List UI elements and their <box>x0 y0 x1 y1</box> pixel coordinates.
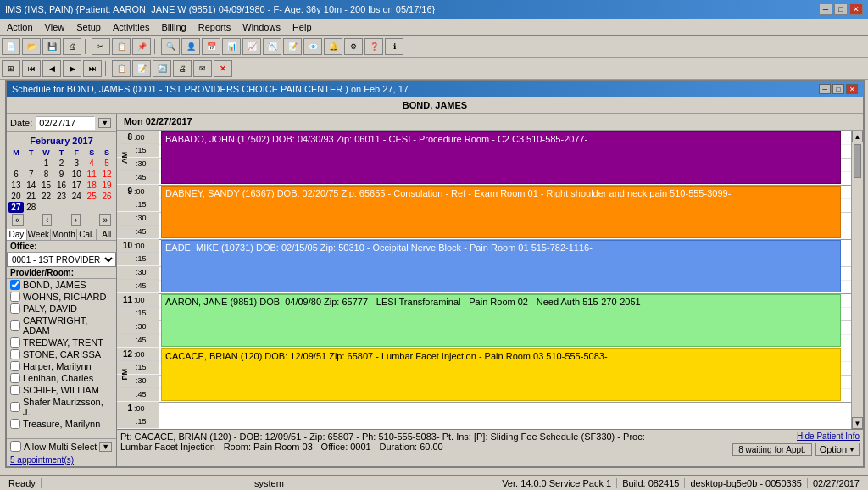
provider-paly[interactable]: PALY, DAVID <box>7 303 116 315</box>
view-day[interactable]: Day <box>7 229 27 240</box>
cal-day[interactable] <box>8 158 24 169</box>
tb-cut[interactable]: ✂ <box>92 38 110 55</box>
tb2-home[interactable]: ⏮ <box>22 60 41 77</box>
cal-day[interactable]: 8 <box>39 169 54 180</box>
cal-day[interactable]: 14 <box>24 180 39 191</box>
view-cal[interactable]: Cal. <box>77 229 97 240</box>
provider-wohns[interactable]: WOHNS, RICHARD <box>7 291 116 303</box>
tb-btn4[interactable]: 📊 <box>222 38 241 55</box>
cal-day[interactable] <box>54 202 70 213</box>
cal-day[interactable]: 25 <box>84 191 99 202</box>
appointment-babado[interactable]: BABADO, JOHN (17502) DOB: 04/30/93 Zip: … <box>161 131 841 184</box>
close-button[interactable]: ✕ <box>849 3 863 15</box>
cal-day[interactable]: 16 <box>54 180 70 191</box>
provider-harper[interactable]: Harper, Marilynn <box>7 360 116 372</box>
tb-btn1[interactable]: 🔍 <box>161 38 180 55</box>
cal-day[interactable]: 9 <box>54 169 70 180</box>
date-dropdown-btn[interactable]: ▼ <box>98 118 111 128</box>
menu-activities[interactable]: Activities <box>109 21 153 33</box>
cal-day[interactable] <box>39 202 54 213</box>
sched-close[interactable]: ✕ <box>846 84 858 94</box>
tb-btn5[interactable]: 📈 <box>242 38 261 55</box>
scroll-down-btn[interactable]: ▼ <box>852 417 863 429</box>
tb2-btn5[interactable]: 🖨 <box>173 60 192 77</box>
view-week[interactable]: Week <box>27 229 51 240</box>
menu-help[interactable]: Help <box>289 21 315 33</box>
appointment-aaron[interactable]: AARON, JANE (9851) DOB: 04/09/80 Zip: 65… <box>161 294 841 347</box>
sched-minimize[interactable]: ─ <box>819 84 831 94</box>
provider-lenihan[interactable]: Lenihan, Charles <box>7 372 116 384</box>
tb2-btn3[interactable]: 📝 <box>132 60 151 77</box>
cal-day[interactable] <box>99 202 114 213</box>
provider-shafer[interactable]: Shafer Maurizsson, J. <box>7 396 116 418</box>
tb-btn8[interactable]: 📧 <box>303 38 322 55</box>
provider-cb-treasure[interactable] <box>10 419 20 429</box>
allow-multi-dropdown[interactable]: ▼ <box>99 442 112 452</box>
minimize-button[interactable]: ─ <box>819 3 832 15</box>
sched-restore[interactable]: □ <box>832 84 844 94</box>
view-month[interactable]: Month <box>51 229 77 240</box>
cal-day[interactable]: 7 <box>24 169 39 180</box>
provider-cb-schiff[interactable] <box>10 385 20 395</box>
cal-day[interactable]: 24 <box>69 191 84 202</box>
scroll-up-btn[interactable]: ▲ <box>852 131 863 142</box>
cal-day[interactable]: 11 <box>84 169 99 180</box>
appointment-count[interactable]: 5 appointment(s) <box>7 454 116 466</box>
allow-multi-checkbox[interactable] <box>10 441 21 452</box>
tb-btn11[interactable]: ❓ <box>364 38 383 55</box>
tb-copy[interactable]: 📋 <box>112 38 131 55</box>
tb-btn12[interactable]: ℹ <box>385 38 403 55</box>
tb-open[interactable]: 📂 <box>22 38 41 55</box>
cal-day[interactable]: 18 <box>84 180 99 191</box>
tb-btn3[interactable]: 📅 <box>202 38 220 55</box>
maximize-button[interactable]: □ <box>834 3 848 15</box>
cal-day-today[interactable]: 27 <box>8 202 24 213</box>
tb2-end[interactable]: ⏭ <box>83 60 102 77</box>
cal-day[interactable]: 26 <box>99 191 114 202</box>
cal-day[interactable]: 15 <box>39 180 54 191</box>
cal-day[interactable]: 5 <box>99 158 114 169</box>
date-input[interactable] <box>36 116 95 130</box>
cal-next[interactable]: › <box>71 214 81 226</box>
schedule-grid[interactable]: 8 :00 :15 :30 :45 AM 9 :00 :15 <box>117 131 863 429</box>
menu-billing[interactable]: Billing <box>158 21 189 33</box>
tb-new[interactable]: 📄 <box>2 38 20 55</box>
cal-day[interactable]: 28 <box>24 202 39 213</box>
provider-cb-cartwright[interactable] <box>10 320 20 331</box>
cal-day[interactable]: 21 <box>24 191 39 202</box>
tb-btn10[interactable]: ⚙ <box>344 38 363 55</box>
appointment-dabney[interactable]: DABNEY, SANDY (16367) DOB: 02/20/75 Zip:… <box>161 186 841 238</box>
provider-stone[interactable]: STONE, CARISSA <box>7 348 116 360</box>
provider-cb-stone[interactable] <box>10 349 20 359</box>
cal-prev-prev[interactable]: « <box>12 214 24 226</box>
cal-day[interactable] <box>69 202 84 213</box>
cal-day[interactable]: 6 <box>8 169 24 180</box>
scrollbar[interactable]: ▲ ▼ <box>851 131 863 429</box>
cal-day[interactable]: 3 <box>69 158 84 169</box>
cal-day[interactable]: 20 <box>8 191 24 202</box>
view-all[interactable]: All <box>97 229 116 240</box>
cal-day[interactable]: 17 <box>69 180 84 191</box>
tb-paste[interactable]: 📌 <box>132 38 151 55</box>
cal-day[interactable]: 4 <box>84 158 99 169</box>
provider-cb-wohns[interactable] <box>10 292 20 302</box>
tb2-cancel[interactable]: ✕ <box>214 60 232 77</box>
provider-cb-shafer[interactable] <box>10 402 20 412</box>
tb2-btn6[interactable]: ✉ <box>193 60 212 77</box>
cal-day[interactable]: 12 <box>99 169 114 180</box>
tb2-btn2[interactable]: 📋 <box>112 60 131 77</box>
cal-day[interactable] <box>24 158 39 169</box>
provider-cb-tredway[interactable] <box>10 337 20 348</box>
tb-btn9[interactable]: 🔔 <box>324 38 342 55</box>
tb2-btn1[interactable]: ⊞ <box>2 60 20 77</box>
option-button[interactable]: Option ▼ <box>815 443 860 456</box>
appointment-eade[interactable]: EADE, MIKE (10731) DOB: 02/15/05 Zip: 50… <box>161 240 841 292</box>
tb2-next[interactable]: ▶ <box>63 60 81 77</box>
tb-btn2[interactable]: 👤 <box>181 38 200 55</box>
menu-setup[interactable]: Setup <box>73 21 104 33</box>
menu-reports[interactable]: Reports <box>195 21 235 33</box>
provider-treasure[interactable]: Treasure, Marilynn <box>7 418 116 430</box>
appointment-cacace[interactable]: CACACE, BRIAN (120) DOB: 12/09/51 Zip: 6… <box>161 348 841 401</box>
provider-tredway[interactable]: TREDWAY, TRENT <box>7 337 116 348</box>
cal-day[interactable]: 10 <box>69 169 84 180</box>
